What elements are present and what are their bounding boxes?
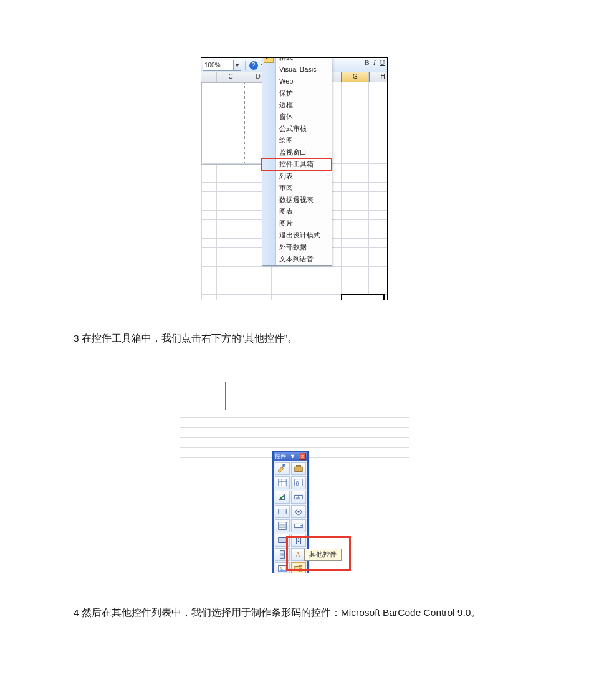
svg-rect-11: [279, 509, 287, 514]
svg-rect-0: [283, 465, 285, 467]
menu-item[interactable]: 控件工具箱: [262, 158, 332, 170]
view-code-icon[interactable]: {}: [291, 476, 306, 489]
menu-item[interactable]: 保护: [262, 87, 332, 99]
menu-item[interactable]: 格式: [262, 57, 332, 64]
menu-item[interactable]: 审阅: [262, 182, 332, 194]
menu-item[interactable]: Web: [262, 75, 332, 87]
textbox-icon[interactable]: ab: [291, 491, 306, 504]
close-icon[interactable]: x: [299, 453, 306, 460]
menu-item[interactable]: 图片: [262, 218, 332, 229]
menu-item[interactable]: 退出设计模式: [262, 229, 332, 241]
worksheet-area[interactable]: 控件 ▼ x {}abA 其他控件: [180, 382, 409, 573]
menu-item[interactable]: 外部数据: [262, 241, 332, 253]
menu-item[interactable]: 数据透视表: [262, 194, 332, 206]
italic-button[interactable]: I: [373, 59, 376, 66]
bold-button[interactable]: B: [365, 59, 369, 66]
svg-rect-2: [296, 466, 300, 467]
menu-item[interactable]: 列表: [262, 170, 332, 182]
figure-crop: 100% ▾ ? ▾ 宋体 B I U: [201, 57, 388, 300]
svg-rect-8: [279, 494, 285, 500]
menu-item[interactable]: 图表: [262, 206, 332, 218]
underline-button[interactable]: U: [380, 59, 385, 66]
menu-item[interactable]: 窗体: [262, 111, 332, 123]
column-header-g[interactable]: G: [341, 72, 370, 82]
figure-excel-context-menu: 100% ▾ ? ▾ 宋体 B I U: [201, 57, 388, 300]
tooltip-other-controls: 其他控件: [304, 549, 342, 561]
menu-item[interactable]: Visual Basic: [262, 64, 332, 75]
design-mode-icon[interactable]: [275, 462, 290, 475]
zoom-dropdown-icon[interactable]: ▾: [234, 60, 241, 71]
gridline-vertical: [225, 382, 226, 410]
zoom-value: 100%: [204, 62, 221, 69]
command-button-icon[interactable]: [275, 505, 290, 518]
menu-item[interactable]: 监视窗口: [262, 146, 332, 158]
svg-text:{}: {}: [296, 481, 299, 486]
column-header-c[interactable]: C: [216, 72, 244, 82]
excel-window: 100% ▾ ? ▾ 宋体 B I U: [201, 57, 388, 300]
svg-rect-19: [279, 537, 287, 542]
toolbar-context-menu: 常用格式Visual BasicWeb保护边框窗体公式审核绘图监视窗口控件工具箱…: [262, 57, 332, 266]
step-4-text: 4 然后在其他控件列表中，我们选择用于制作条形码的控件：Microsoft Ba…: [74, 601, 516, 624]
option-button-icon[interactable]: [291, 505, 306, 518]
combobox-icon[interactable]: [291, 519, 306, 532]
checkbox-icon[interactable]: [275, 491, 290, 504]
svg-rect-1: [295, 467, 303, 471]
svg-rect-3: [279, 479, 287, 486]
toolbox-dropdown-icon[interactable]: ▼: [290, 453, 295, 459]
column-header-h[interactable]: H: [368, 72, 388, 82]
svg-point-25: [280, 567, 282, 569]
toolbox-titlebar[interactable]: 控件 ▼ x: [274, 452, 307, 461]
menu-item[interactable]: 文本到语音: [262, 253, 332, 265]
split-guide: [244, 83, 245, 164]
active-cell[interactable]: [341, 294, 385, 300]
properties-icon[interactable]: [275, 476, 290, 489]
svg-point-13: [297, 511, 300, 513]
svg-text:ab: ab: [296, 495, 300, 499]
toolbox-icon[interactable]: [291, 462, 306, 475]
menu-item[interactable]: 绘图: [262, 135, 332, 146]
format-toolbar: B I U ≡: [362, 58, 388, 73]
step-3-text: 3 在控件工具箱中，我们点击右下方的“其他控件”。: [74, 327, 516, 350]
zoom-combo[interactable]: 100%: [203, 60, 234, 71]
menu-item[interactable]: 公式审核: [262, 123, 332, 135]
menu-item[interactable]: 边框: [262, 99, 332, 111]
help-icon[interactable]: ?: [249, 61, 258, 70]
svg-rect-22: [280, 553, 284, 555]
toolbox-title: 控件: [275, 453, 286, 461]
listbox-icon[interactable]: [275, 519, 290, 532]
figure-control-toolbox: 控件 ▼ x {}abA 其他控件: [180, 382, 409, 573]
